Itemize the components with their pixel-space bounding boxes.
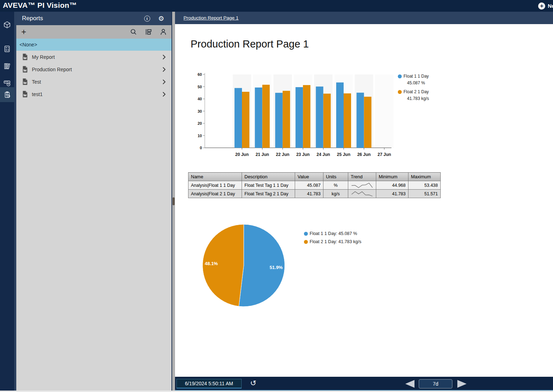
series1-name: Float 1 1 Day <box>404 73 429 80</box>
pie-slice2-label: Float 2 1 Day: 41.783 kg/s <box>310 238 361 246</box>
cell-maximum: 51.571 <box>408 190 441 198</box>
pie-chart[interactable]: 51.9%48.1% <box>197 223 314 308</box>
top-bar: AVEVA™ PI Vision™ + New <box>0 0 553 12</box>
user-filter-button[interactable] <box>159 27 168 37</box>
cell-description: Float Test Tag 1 1 Day <box>242 181 295 190</box>
page-title: Production Report Page 1 <box>191 38 309 50</box>
chevron-right-icon <box>162 79 166 85</box>
cell-name: Analysis|Float 2 1 Day <box>188 190 242 198</box>
plus-circle-icon: + <box>538 2 545 10</box>
svg-text:10: 10 <box>198 134 202 138</box>
sidebar-item-reports[interactable] <box>0 87 14 102</box>
sort-hierarchy-button[interactable] <box>144 27 153 37</box>
values-table[interactable]: Name Description Value Units Trend Minim… <box>188 172 441 198</box>
svg-text:23 Jun: 23 Jun <box>296 152 310 157</box>
report-item-test[interactable]: Test <box>16 75 171 88</box>
svg-text:0: 0 <box>200 146 202 150</box>
cell-minimum: 44.968 <box>376 181 408 190</box>
report-item-test1[interactable]: test1 <box>16 88 171 100</box>
cell-description: Float Test Tag 2 1 Day <box>242 190 295 198</box>
table-row[interactable]: Analysis|Float 1 1 Day Float Test Tag 1 … <box>188 181 441 190</box>
info-icon: i <box>144 16 150 22</box>
report-document-icon <box>22 54 28 60</box>
svg-text:25 Jun: 25 Jun <box>337 152 350 157</box>
time-bar: 6/19/2024 5:50:11 AM ↻ 7d <box>175 377 553 391</box>
search-icon <box>130 28 137 36</box>
svg-text:50: 50 <box>198 85 202 89</box>
col-header-trend[interactable]: Trend <box>348 173 376 181</box>
time-step-back-button[interactable] <box>405 380 414 388</box>
reports-panel: Reports i ⚙ + <box>14 12 171 391</box>
chevron-right-icon <box>162 54 166 60</box>
cell-maximum: 53.438 <box>408 181 441 190</box>
table-row[interactable]: Analysis|Float 2 1 Day Float Test Tag 2 … <box>188 190 441 198</box>
sidebar-item-library[interactable] <box>0 58 14 73</box>
series1-color-dot <box>398 74 402 78</box>
bar-chart[interactable]: 010203040506020 Jun21 Jun22 Jun23 Jun24 … <box>191 70 397 159</box>
col-header-description[interactable]: Description <box>242 173 295 181</box>
col-header-value[interactable]: Value <box>295 173 323 181</box>
cell-minimum: 41.783 <box>376 190 408 198</box>
time-step-forward-button[interactable] <box>457 380 467 388</box>
gear-icon: ⚙ <box>158 15 164 22</box>
report-item-label: Production Report <box>32 67 162 72</box>
splitter-handle[interactable] <box>173 197 175 205</box>
breadcrumb-link-current-page[interactable]: Production Report Page 1 <box>184 15 238 21</box>
panel-splitter[interactable] <box>171 12 175 391</box>
chevron-right-icon <box>162 67 166 72</box>
col-header-name[interactable]: Name <box>188 173 242 181</box>
col-header-maximum[interactable]: Maximum <box>408 173 441 181</box>
series2-color-dot <box>398 90 402 94</box>
report-document-icon <box>22 66 28 73</box>
legend-entry: Float 1 1 Day 45.087 % <box>398 73 429 86</box>
svg-text:51.9%: 51.9% <box>270 265 283 270</box>
svg-text:26 Jun: 26 Jun <box>357 152 371 157</box>
breadcrumb: Production Report Page 1 <box>175 12 553 24</box>
svg-text:20: 20 <box>198 121 202 125</box>
report-item-production-report[interactable]: Production Report <box>16 63 171 75</box>
new-button-label: New <box>548 3 553 9</box>
col-header-units[interactable]: Units <box>323 173 348 181</box>
trend-sparkline <box>351 191 373 197</box>
svg-text:60: 60 <box>198 72 202 77</box>
reports-panel-header: Reports i ⚙ <box>16 12 171 25</box>
folder-filter-selected[interactable]: <None> <box>16 39 171 51</box>
report-item-label: Test <box>32 79 162 85</box>
info-button[interactable]: i <box>142 14 152 23</box>
add-report-button[interactable]: + <box>20 28 30 36</box>
pie-slice1-label: Float 1 1 Day: 45.087 % <box>310 230 357 238</box>
svg-text:21 Jun: 21 Jun <box>255 152 269 157</box>
time-duration-button[interactable]: 7d <box>419 379 452 388</box>
sidebar-item-assets[interactable] <box>0 17 14 32</box>
person-icon <box>159 28 167 36</box>
svg-text:30: 30 <box>198 109 202 113</box>
search-button[interactable] <box>129 27 138 37</box>
refresh-icon: ↻ <box>250 379 256 387</box>
table-header-row: Name Description Value Units Trend Minim… <box>188 173 441 181</box>
report-item-my-report[interactable]: My Report <box>16 51 171 63</box>
cell-name: Analysis|Float 1 1 Day <box>188 181 242 190</box>
pie-slice1-color-dot <box>304 232 308 236</box>
events-ruler-clock-icon <box>3 79 11 87</box>
chevron-right-icon <box>162 91 166 97</box>
pie-slice2-color-dot <box>304 240 308 244</box>
col-header-minimum[interactable]: Minimum <box>376 173 408 181</box>
settings-button[interactable]: ⚙ <box>157 14 166 23</box>
reports-clipboard-clock-icon <box>3 91 11 99</box>
asset-cube-icon <box>3 21 11 29</box>
cell-value: 41.783 <box>295 190 323 198</box>
series2-current-value: 41.783 kg/s <box>398 95 429 102</box>
cell-trend <box>348 181 376 190</box>
report-document-icon <box>22 78 28 85</box>
sidebar-item-calculations[interactable] <box>0 41 14 56</box>
svg-text:48.1%: 48.1% <box>205 261 218 266</box>
bottom-edge <box>0 391 553 392</box>
reports-toolbar: + <box>16 25 171 39</box>
start-time-input[interactable]: 6/19/2024 5:50:11 AM <box>176 379 242 388</box>
new-display-button[interactable]: + New <box>535 1 553 11</box>
refresh-button[interactable]: ↻ <box>248 378 259 388</box>
cell-units: % <box>323 181 348 190</box>
app-title: AVEVA™ PI Vision™ <box>3 1 77 10</box>
nav-sidebar <box>0 12 14 391</box>
cell-trend <box>348 190 376 198</box>
